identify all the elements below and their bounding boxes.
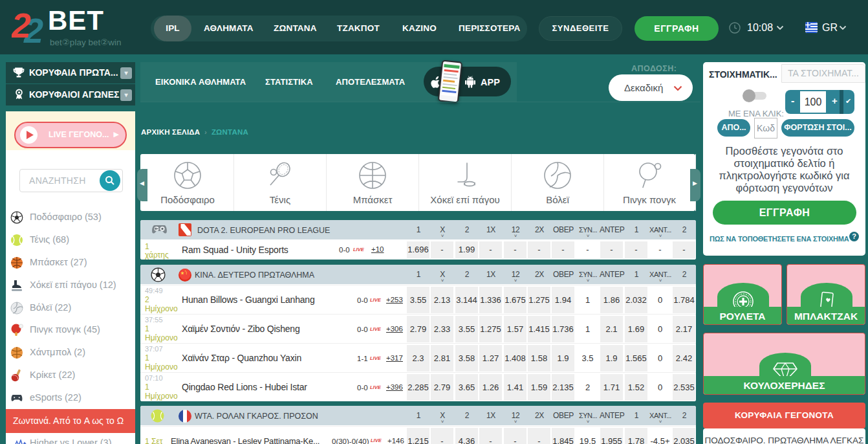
svg-text:bet②play bet②win: bet②play bet②win [50,38,122,47]
svg-text:2: 2 [12,6,31,45]
svg-text:BET: BET [48,5,104,36]
